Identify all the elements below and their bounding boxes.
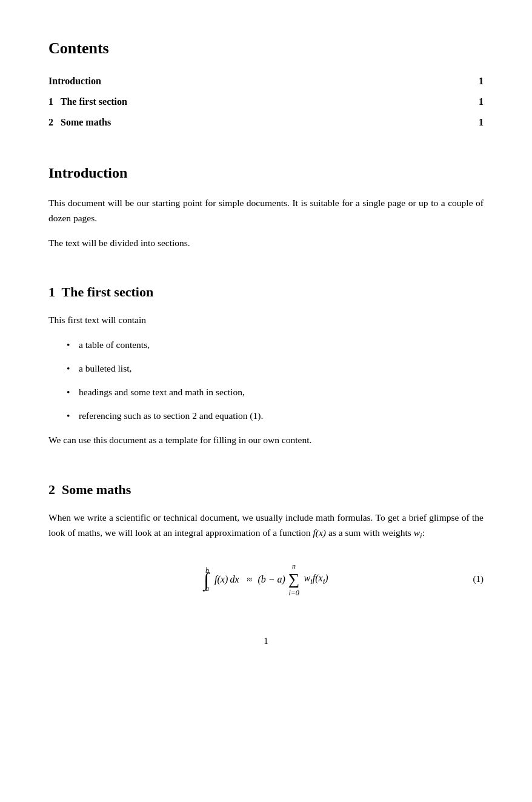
table-of-contents: Introduction 1 1 The first section 1 2 S… [48,71,484,133]
toc-entry-page: 1 [479,115,484,130]
introduction-heading: Introduction [48,162,484,184]
list-item: headings and some text and math in secti… [67,385,484,400]
list-item: a bulleted list, [67,361,484,376]
section1-intro: This first text will contain [48,313,484,328]
section1-heading: 1 The first section [48,282,484,302]
toc-heading: Contents [48,36,484,60]
introduction-para2: The text will be divided into sections. [48,236,484,251]
math-formula: ∫ b a f(x) dx ≈ (b − a) n ∑ i=0 wif(xi) [204,561,328,598]
toc-entry-section1: 1 The first section 1 [48,92,484,112]
equation-1: ∫ b a f(x) dx ≈ (b − a) n ∑ i=0 wif(xi) … [48,561,484,598]
section2-heading: 2 Some maths [48,480,484,500]
section2-para1: When we write a scientific or technical … [48,510,484,543]
section1-list: a table of contents, a bulleted list, he… [67,338,484,423]
toc-entry-label: 1 The first section [48,95,127,109]
section1-closing: We can use this document as a template f… [48,433,484,448]
math-wi: wi [414,527,422,538]
toc-entry-page: 1 [479,74,484,89]
toc-entry-introduction: Introduction 1 [48,71,484,92]
introduction-para1: This document will be our starting point… [48,196,484,226]
toc-entry-section2: 2 Some maths 1 [48,112,484,133]
toc-entry-label: Introduction [48,74,101,89]
toc-entry-page: 1 [479,95,484,109]
toc-entry-label: 2 Some maths [48,115,111,130]
page-number: 1 [264,637,268,646]
math-fx: f(x) [313,527,326,538]
list-item: referencing such as to section 2 and equ… [67,409,484,424]
page-footer: 1 [48,635,484,647]
equation-number: (1) [473,572,484,586]
list-item: a table of contents, [67,338,484,353]
